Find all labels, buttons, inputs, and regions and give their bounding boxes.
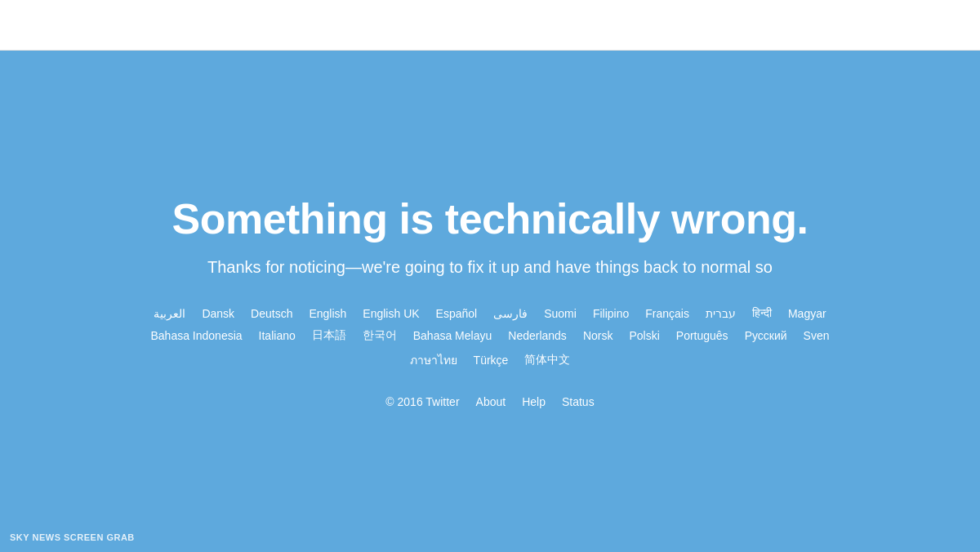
language-item[interactable]: Türkçe bbox=[466, 354, 517, 367]
language-item[interactable]: English bbox=[301, 307, 354, 320]
language-item[interactable]: Nederlands bbox=[500, 329, 575, 342]
top-bar bbox=[0, 0, 980, 51]
language-item[interactable]: فارسی bbox=[485, 307, 536, 320]
copyright-text: © 2016 Twitter bbox=[385, 395, 459, 408]
language-item[interactable]: Bahasa Indonesia bbox=[143, 329, 251, 342]
language-item[interactable]: Italiano bbox=[251, 329, 304, 342]
languages-section: العربيةDanskDeutschEnglishEnglish UKEspa… bbox=[143, 306, 838, 369]
language-item[interactable]: العربية bbox=[145, 307, 194, 320]
status-link[interactable]: Status bbox=[562, 395, 595, 408]
language-row-1: العربيةDanskDeutschEnglishEnglish UKEspa… bbox=[145, 306, 834, 320]
about-link[interactable]: About bbox=[476, 395, 506, 408]
main-content: Something is technically wrong. Thanks f… bbox=[0, 51, 980, 552]
language-item[interactable]: Sven bbox=[795, 329, 838, 342]
language-item[interactable]: Norsk bbox=[575, 329, 621, 342]
help-link[interactable]: Help bbox=[522, 395, 546, 408]
language-item[interactable]: עברית bbox=[697, 307, 744, 320]
language-row-3: ภาษาไทยTürkçe简体中文 bbox=[402, 351, 579, 369]
language-item[interactable]: 日本語 bbox=[304, 328, 354, 343]
language-item[interactable]: Suomi bbox=[536, 307, 585, 320]
language-item[interactable]: Dansk bbox=[194, 307, 243, 320]
error-subtext: Thanks for noticing—we're going to fix i… bbox=[207, 258, 773, 277]
language-item[interactable]: 한국어 bbox=[354, 328, 405, 343]
language-item[interactable]: 简体中文 bbox=[516, 353, 578, 367]
language-item[interactable]: Polski bbox=[621, 329, 667, 342]
language-item[interactable]: Magyar bbox=[780, 307, 835, 320]
footer-links: © 2016 Twitter About Help Status bbox=[385, 395, 594, 408]
watermark: SKY NEWS SCREEN GRAB bbox=[10, 532, 135, 542]
language-item[interactable]: Português bbox=[668, 329, 737, 342]
language-item[interactable]: ภาษาไทย bbox=[402, 351, 466, 369]
language-item[interactable]: Español bbox=[428, 307, 486, 320]
language-item[interactable]: Filipino bbox=[585, 307, 637, 320]
language-item[interactable]: Français bbox=[637, 307, 697, 320]
error-heading: Something is technically wrong. bbox=[172, 194, 808, 243]
language-item[interactable]: Русский bbox=[737, 329, 795, 342]
language-item[interactable]: Deutsch bbox=[243, 307, 301, 320]
language-item[interactable]: English UK bbox=[354, 307, 427, 320]
language-row-2: Bahasa IndonesiaItaliano日本語한국어Bahasa Mel… bbox=[143, 328, 838, 343]
language-item[interactable]: हिन्दी bbox=[744, 306, 780, 320]
language-item[interactable]: Bahasa Melayu bbox=[405, 329, 501, 342]
